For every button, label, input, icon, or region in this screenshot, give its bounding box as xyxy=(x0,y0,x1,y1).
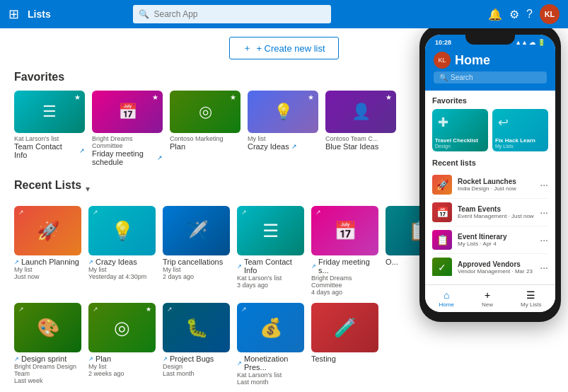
list-card-time: Last week xyxy=(14,377,81,384)
phone-fav-card[interactable]: ↩ Fix Hack Learn My Lists xyxy=(492,109,548,151)
fav-card-icon: 📅 xyxy=(118,103,137,121)
fav-card-icon: 👤 xyxy=(352,103,371,121)
list-card-time: 4 days ago xyxy=(311,289,378,296)
recent-list-card[interactable]: ✈️ Trip cancellations My list 2 days ago xyxy=(163,206,230,296)
phone-list-name: Approved Vendors xyxy=(458,260,534,268)
recent-list-card[interactable]: 🚀 ↗ ↗ Launch Planning My list Just now xyxy=(14,206,81,296)
phone-nav-new[interactable]: + New xyxy=(482,289,493,308)
share-icon: ↗ xyxy=(157,154,163,161)
phone-nav-home[interactable]: ⌂ Home xyxy=(439,289,454,308)
list-card-owner: Kat Larson's list xyxy=(237,275,304,282)
recent-list-card[interactable]: 🧪 Testing xyxy=(311,303,378,386)
search-bar[interactable]: 🔍 xyxy=(133,5,331,23)
recent-list-card[interactable]: 💡 ↗ ↗ Crazy Ideas My list Yesterday at 4… xyxy=(88,206,156,296)
phone-fav-icon: ✚ xyxy=(435,112,485,133)
phone-nav-my-lists[interactable]: ☰ My Lists xyxy=(521,289,541,308)
list-card-name: ↗ Crazy Ideas xyxy=(88,258,156,266)
phone-list-icon: ✓ xyxy=(432,258,452,276)
list-card-time: 2 weeks ago xyxy=(88,370,156,377)
fav-card-thumb: ☰ ★ xyxy=(14,91,85,133)
help-icon[interactable]: ? xyxy=(526,8,533,21)
star-icon: ★ xyxy=(74,93,81,101)
phone-list-info: Rocket Launches India Design · Just now xyxy=(458,178,534,192)
phone-nav-label: My Lists xyxy=(521,301,541,308)
favorite-card[interactable]: ☰ ★ Kat Larson's list Team Contact Info … xyxy=(14,91,85,166)
fav-card-name: Team Contact Info ↗ xyxy=(14,142,85,159)
phone-bottom-nav: ⌂ Home + New ☰ My Lists xyxy=(425,284,555,312)
phone-nav-label: Home xyxy=(439,301,454,308)
list-card-icon: 📅 xyxy=(334,220,357,242)
more-icon[interactable]: ··· xyxy=(540,179,548,190)
more-icon[interactable]: ··· xyxy=(540,262,548,273)
favorite-card[interactable]: 💡 ★ My list Crazy Ideas ↗ xyxy=(248,91,318,166)
list-card-owner: My list xyxy=(163,266,230,273)
recent-list-card[interactable]: 🎨 ↗ ↗ Design sprint Bright Dreams Design… xyxy=(14,303,81,386)
more-icon[interactable]: ··· xyxy=(540,207,548,218)
fav-card-icon: ◎ xyxy=(199,103,212,121)
list-card-name: Trip cancellations xyxy=(163,258,230,266)
search-input[interactable] xyxy=(153,9,325,19)
phone-list-item[interactable]: 📅 Team Events Event Management · Just no… xyxy=(432,199,548,226)
favorite-card[interactable]: ◎ ★ Contoso Marketing Plan xyxy=(170,91,240,166)
phone-list-meta: Vendor Management · Mar 23 xyxy=(458,268,534,275)
shared-indicator: ↗ xyxy=(163,356,168,362)
share-icon: ↗ xyxy=(167,306,173,313)
shared-indicator: ↗ xyxy=(88,259,93,265)
phone-header-title: Home xyxy=(455,53,490,68)
phone-avatar: KL xyxy=(434,52,451,69)
phone-search-icon: 🔍 xyxy=(439,74,448,81)
phone-signal-icons: ▲▲ ☁ 🔋 xyxy=(515,39,545,46)
recent-list-card[interactable]: ☰ ↗ ↗ Team Contact Info Kat Larson's lis… xyxy=(237,206,304,296)
phone-fav-name: Fix Hack Learn xyxy=(495,137,545,144)
more-icon[interactable]: ··· xyxy=(540,234,548,246)
fav-card-name: Crazy Ideas ↗ xyxy=(248,142,318,151)
shared-indicator: ↗ xyxy=(237,360,242,367)
phone-list-item[interactable]: ✓ Approved Vendors Vendor Management · M… xyxy=(432,254,548,276)
share-icon: ↗ xyxy=(93,209,98,216)
list-card-owner: My list xyxy=(14,266,81,273)
list-card-thumb: ☰ ↗ xyxy=(237,206,304,255)
recent-list-card[interactable]: ◎ ★ ↗ ↗ Plan My list 2 weeks ago xyxy=(88,303,156,386)
favorite-card[interactable]: 👤 ★ Contoso Team C... Blue Star Ideas xyxy=(325,91,396,166)
list-card-thumb: 💡 ↗ xyxy=(88,206,156,255)
list-card-owner: Bright Dreams Committee xyxy=(311,275,378,289)
phone-fav-name: Travel Checklist xyxy=(435,137,485,144)
list-card-thumb: 🎨 ↗ xyxy=(14,303,81,352)
phone-fav-card[interactable]: ✚ Travel Checklist Design xyxy=(432,109,488,151)
phone-list-info: Approved Vendors Vendor Management · Mar… xyxy=(458,260,534,275)
list-card-icon: 🐛 xyxy=(185,317,208,339)
phone-list-info: Team Events Event Management · Just now xyxy=(458,205,534,219)
recent-lists-title: Recent Lists xyxy=(14,179,81,192)
phone-fav-sub: Design xyxy=(435,144,485,149)
phone-list-item[interactable]: 🚀 Rocket Launches India Design · Just no… xyxy=(432,171,548,199)
favorite-card[interactable]: 📅 ★ Bright Dreams Committee Friday meeti… xyxy=(92,91,163,166)
recent-list-card[interactable]: 💰 ↗ ↗ Monetization Pres... Kat Larson's … xyxy=(237,303,304,386)
list-card-icon: 🚀 xyxy=(37,220,59,242)
list-card-icon: 💰 xyxy=(260,317,282,339)
recent-list-card[interactable]: 📅 ↗ ↗ Friday meeting s... Bright Dreams … xyxy=(311,206,378,296)
phone-list-item[interactable]: 📋 Event Itinerary My Lists · Apr 4 ··· xyxy=(432,226,548,254)
list-card-icon: 🧪 xyxy=(334,317,357,339)
grid-icon[interactable]: ⊞ xyxy=(8,6,19,22)
list-card-name: Testing xyxy=(311,354,378,363)
list-card-thumb: 🧪 xyxy=(311,303,378,352)
share-icon: ↗ xyxy=(93,306,98,313)
list-card-name: ↗ Project Bugs xyxy=(163,354,230,363)
recent-list-card[interactable]: 🐛 ↗ ↗ Project Bugs Design Last month xyxy=(163,303,230,386)
list-card-thumb: 💰 ↗ xyxy=(237,303,304,352)
phone-fav-icon: ↩ xyxy=(495,112,545,133)
list-card-thumb: ◎ ★ ↗ xyxy=(88,303,156,352)
list-card-icon: ☰ xyxy=(262,220,279,242)
phone-list-icon: 📋 xyxy=(432,230,452,250)
fav-card-icon: 💡 xyxy=(274,103,293,121)
chevron-down-icon: ▾ xyxy=(86,184,90,194)
user-avatar[interactable]: KL xyxy=(540,4,560,24)
list-card-time: Yesterday at 4:30pm xyxy=(88,273,156,280)
notification-icon[interactable]: 🔔 xyxy=(488,8,502,21)
settings-icon[interactable]: ⚙ xyxy=(509,8,519,21)
create-new-list-button[interactable]: ＋ + Create new list xyxy=(229,37,338,59)
phone-favorites-title: Favorites xyxy=(432,96,548,105)
phone-search-bar[interactable]: 🔍 Search xyxy=(434,71,547,83)
phone-body: Favorites ✚ Travel Checklist Design ↩ Fi… xyxy=(425,91,555,276)
phone-list-icon: 🚀 xyxy=(432,175,452,195)
